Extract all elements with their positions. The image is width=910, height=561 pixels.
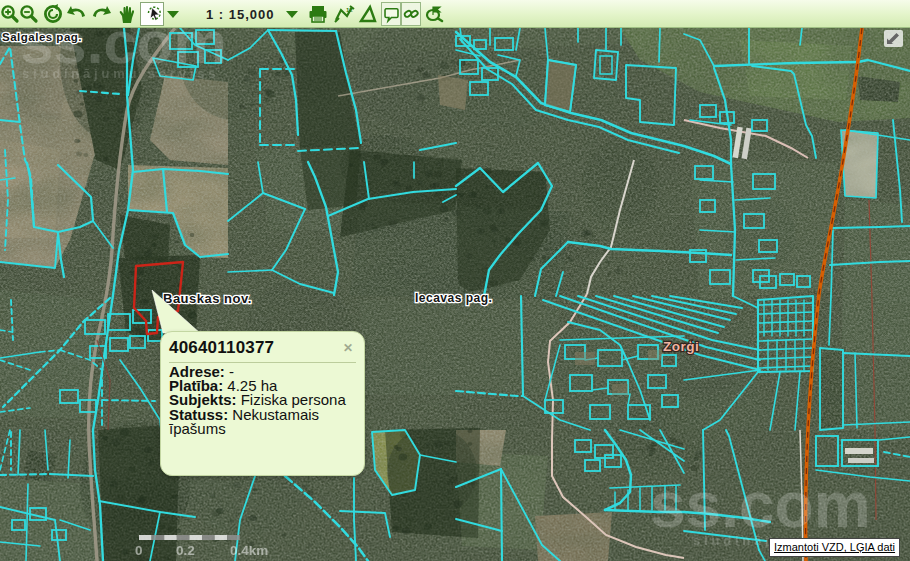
svg-text:0: 0 xyxy=(135,543,143,558)
svg-text:0.2: 0.2 xyxy=(176,543,195,558)
svg-text:Zorģi: Zorģi xyxy=(663,339,699,354)
svg-text:Bauskas nov.: Bauskas nov. xyxy=(163,291,252,306)
svg-text:12: 12 xyxy=(346,7,353,13)
svg-text:sludinājumu serviss: sludinājumu serviss xyxy=(22,66,219,81)
svg-text:Iecavas pag.: Iecavas pag. xyxy=(415,291,492,305)
svg-text:0.4km: 0.4km xyxy=(230,543,268,558)
svg-text:Salgales pag.: Salgales pag. xyxy=(2,31,82,43)
svg-text:ss.com: ss.com xyxy=(650,469,871,541)
